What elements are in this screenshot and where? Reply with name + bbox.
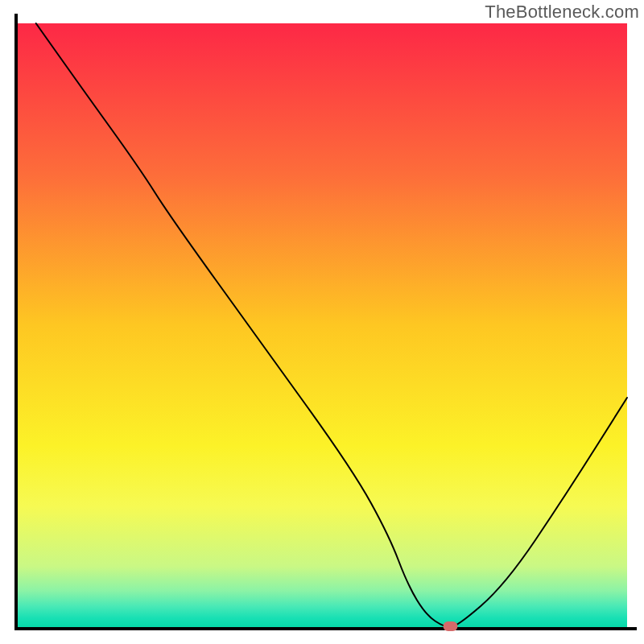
gradient-background (18, 23, 627, 627)
bottleneck-chart (0, 0, 644, 644)
chart-container: TheBottleneck.com (0, 0, 644, 644)
optimal-point-marker (443, 621, 457, 631)
watermark-text: TheBottleneck.com (485, 2, 639, 23)
